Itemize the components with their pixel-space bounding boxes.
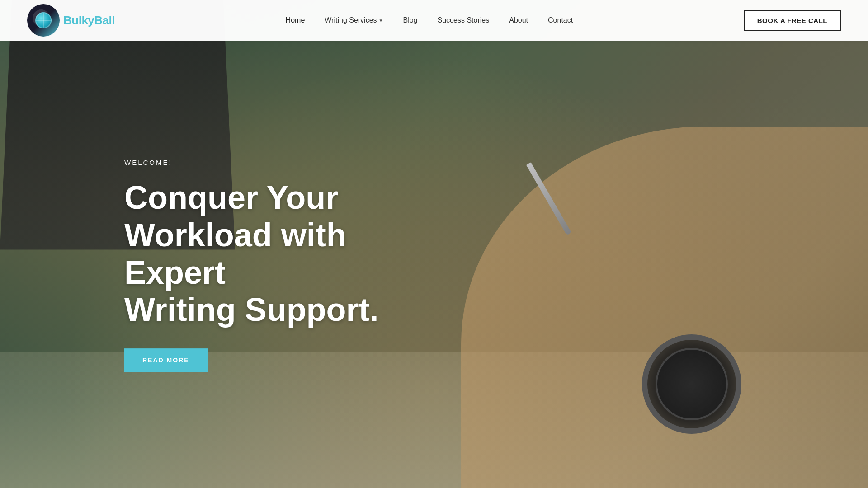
nav-item-blog[interactable]: Blog: [403, 16, 417, 24]
nav-item-contact[interactable]: Contact: [548, 16, 573, 24]
logo-icon: [27, 4, 60, 37]
nav-links: Home Writing Services ▼ Blog Success Sto…: [286, 16, 573, 24]
nav-item-success-stories[interactable]: Success Stories: [438, 16, 490, 24]
hero-title: Conquer Your Workload with Expert Writin…: [124, 179, 441, 328]
hero-content: WELCOME! Conquer Your Workload with Expe…: [124, 159, 441, 372]
nav-link-success-stories[interactable]: Success Stories: [438, 16, 490, 24]
writing-services-wrapper[interactable]: Writing Services ▼: [325, 16, 383, 24]
hero-title-line2: Workload with Expert: [124, 217, 346, 291]
logo-part2: Ball: [94, 14, 115, 27]
logo-text: BulkyBall: [63, 14, 115, 28]
nav-item-writing-services[interactable]: Writing Services ▼: [325, 16, 383, 24]
nav-item-about[interactable]: About: [509, 16, 528, 24]
nav-item-home[interactable]: Home: [286, 16, 305, 24]
nav-link-about[interactable]: About: [509, 16, 528, 24]
hero-title-line3: Writing Support.: [124, 292, 379, 328]
logo-part1: Bulky: [63, 14, 94, 27]
chevron-down-icon: ▼: [379, 18, 383, 23]
globe-icon: [35, 12, 52, 28]
watch-accent: [642, 334, 741, 434]
nav-link-writing-services[interactable]: Writing Services: [325, 16, 377, 24]
welcome-label: WELCOME!: [124, 159, 441, 166]
nav-link-blog[interactable]: Blog: [403, 16, 417, 24]
hero-title-line1: Conquer Your: [124, 179, 338, 216]
nav-link-home[interactable]: Home: [286, 16, 305, 24]
read-more-button[interactable]: READ MORE: [124, 348, 208, 372]
nav-link-contact[interactable]: Contact: [548, 16, 573, 24]
logo[interactable]: BulkyBall: [27, 4, 115, 37]
navbar: BulkyBall Home Writing Services ▼ Blog S…: [0, 0, 868, 41]
book-call-button[interactable]: BOOK A FREE CALL: [744, 10, 841, 31]
watch-face: [656, 348, 728, 420]
